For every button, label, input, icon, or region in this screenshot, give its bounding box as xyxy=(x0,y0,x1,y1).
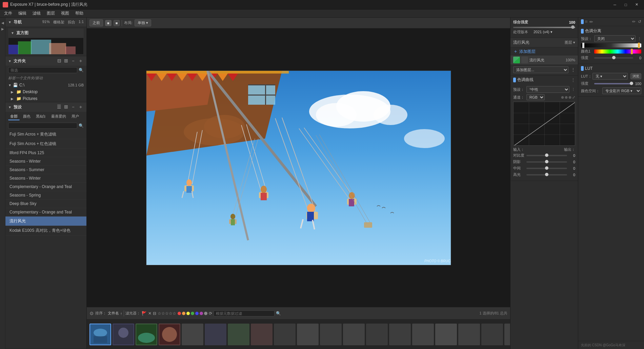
drive-c[interactable]: ▼ 💾 C:\ 128.1 GB xyxy=(5,82,86,88)
film-thumb-14[interactable] xyxy=(412,324,434,345)
film-thumb-1[interactable] xyxy=(113,324,134,345)
menu-filter[interactable]: 滤镜 xyxy=(30,10,43,17)
preset-item-9[interactable]: Complementary - Orange and Teal xyxy=(5,208,86,217)
browse-button[interactable]: 浏览 xyxy=(630,73,641,79)
color-dot-gray[interactable] xyxy=(204,312,207,315)
file-search-input[interactable] xyxy=(8,67,77,73)
square-btn-2[interactable]: ■ xyxy=(114,20,120,26)
color-dot-yellow[interactable] xyxy=(186,312,190,315)
film-thumb-13[interactable] xyxy=(389,324,411,345)
eyedrop2-icon[interactable]: ⊕ xyxy=(565,95,568,100)
stars-icon[interactable]: ☆☆☆☆☆ xyxy=(158,311,176,316)
meta-search-input[interactable] xyxy=(214,310,275,316)
maximize-button[interactable]: □ xyxy=(621,1,630,8)
menu-view[interactable]: 视图 xyxy=(58,10,72,17)
film-thumb-6[interactable] xyxy=(228,324,249,345)
preset-item-5[interactable]: Seasons - Winter xyxy=(5,174,86,183)
preset-item-7[interactable]: Seasons - Spring xyxy=(5,191,86,200)
layer-expand-icon[interactable]: ⋮ xyxy=(571,67,575,72)
color-dot-blue[interactable] xyxy=(195,312,199,315)
settings-icon[interactable]: ⚙ xyxy=(89,311,94,316)
presets-plus-icon[interactable]: ＋ xyxy=(78,104,84,110)
strength-slider[interactable] xyxy=(513,27,575,28)
shadow-slider[interactable] xyxy=(526,161,567,163)
menu-edit[interactable]: 编辑 xyxy=(16,10,29,17)
preset-search-input[interactable] xyxy=(8,123,77,129)
process-value[interactable]: 2021 (v4) ▾ xyxy=(534,30,552,34)
contrast-slider[interactable] xyxy=(526,155,567,156)
close-button[interactable]: ✕ xyxy=(632,1,641,8)
film-thumb-16[interactable] xyxy=(458,324,480,345)
film-thumb-7[interactable] xyxy=(251,324,273,345)
color1-thumb[interactable] xyxy=(631,49,633,54)
lut-colorspace-select[interactable]: 专业彩片 RGB ▾ xyxy=(602,87,641,94)
film-thumb-3[interactable] xyxy=(159,324,180,345)
preset-item-11[interactable]: Kodak E100S 高对比，青色+绿色 xyxy=(5,226,86,235)
minus-icon[interactable]: ⊟ xyxy=(153,311,156,316)
folder-list-icon[interactable]: ⊟ xyxy=(57,58,62,64)
channel-select[interactable]: RGB xyxy=(526,94,545,100)
eyedrop1-icon[interactable]: ⊕ xyxy=(561,95,564,100)
preset-tab-bw[interactable]: 黑&白 xyxy=(34,113,48,120)
layer-name-0[interactable]: 流行风光 xyxy=(529,58,564,63)
film-thumb-8[interactable] xyxy=(274,324,296,345)
preset-tab-fav[interactable]: 最喜爱的 xyxy=(49,113,68,120)
curve-menu-icon[interactable]: ⋮ xyxy=(571,87,575,92)
preset-item-2[interactable]: Ilford FP4 Plus 125 xyxy=(5,149,86,157)
sort-field[interactable]: 文件名 xyxy=(108,311,119,316)
film-thumb-9[interactable] xyxy=(297,324,319,345)
preset-item-3[interactable]: Seasons - Winter xyxy=(5,157,86,166)
menu-file[interactable]: 文件 xyxy=(1,10,15,17)
cg-menu-icon[interactable]: ⋮ xyxy=(638,37,641,41)
curve-collapse[interactable]: ⋮ xyxy=(571,78,575,82)
highlight-slider[interactable] xyxy=(526,174,567,176)
reset-icon[interactable]: ↺ xyxy=(638,19,641,24)
film-thumb-4[interactable] xyxy=(182,324,203,345)
brush-icon[interactable]: ✏ xyxy=(589,19,593,24)
lut-strength-slider[interactable] xyxy=(594,83,633,84)
expand-icon[interactable]: ▶ xyxy=(0,26,5,31)
presets-grid2-icon[interactable]: ⊞ xyxy=(63,104,69,110)
loop-icon[interactable]: ⟳ xyxy=(209,311,212,316)
menu-layer[interactable]: 图层 xyxy=(44,10,58,17)
layers-label[interactable]: 图层 ▾ xyxy=(565,40,575,45)
folder-pictures[interactable]: ▶ 📁 Pictures xyxy=(5,95,86,102)
film-thumb-12[interactable] xyxy=(366,324,388,345)
cg-strength-slider[interactable] xyxy=(594,57,633,59)
tone-curve-graph[interactable] xyxy=(513,102,575,146)
color-dot-red[interactable] xyxy=(178,312,181,315)
color-dot-purple[interactable] xyxy=(200,312,203,315)
preset-tab-color[interactable]: 颜色 xyxy=(21,113,33,120)
expand-curve-icon[interactable]: ⤢ xyxy=(572,95,575,100)
preset-item-10[interactable]: 流行风光 xyxy=(5,217,86,226)
eyedrop3-icon[interactable]: ⊕ xyxy=(568,95,571,100)
color1-rainbow[interactable] xyxy=(594,49,641,54)
film-thumb-2[interactable] xyxy=(136,324,157,345)
meta-search-icon[interactable]: 🔍 xyxy=(276,311,281,316)
pencil-icon2[interactable]: ✏ xyxy=(632,19,636,24)
crop-icon[interactable]: ⌗ xyxy=(585,19,587,24)
color-dot-green[interactable] xyxy=(191,312,194,315)
navigate-header[interactable]: ▼ 导航 91% 栅格架 拟合 1:1 xyxy=(5,18,86,27)
layout-select[interactable]: 单独 ▾ xyxy=(135,19,151,26)
curve-preset-select[interactable]: °中性 xyxy=(526,86,569,93)
cg-left-handle[interactable] xyxy=(582,43,584,48)
add-layer-dropdown[interactable]: 添加图层... xyxy=(513,66,568,73)
nav-icon[interactable]: ◀ xyxy=(0,20,5,25)
add-layer-row[interactable]: ＋ 添加图层 xyxy=(510,47,578,56)
square-btn-1[interactable]: ■ xyxy=(105,20,112,26)
presets-header[interactable]: ▼ 预设 ☰ ⊞ － ＋ xyxy=(5,102,86,112)
cg-right-handle[interactable] xyxy=(638,43,640,48)
preset-item-6[interactable]: Complementary - Orange and Teal xyxy=(5,183,86,191)
preset-item-1[interactable]: Fuji Sim Acros + 红色滤镜 xyxy=(5,139,86,149)
presets-list-icon[interactable]: ☰ xyxy=(56,104,62,110)
cg-preset-select[interactable]: 关闭 xyxy=(594,35,636,42)
sort-arrow[interactable]: ↑ xyxy=(120,311,122,315)
folder-plus-icon[interactable]: ＋ xyxy=(78,58,84,64)
histogram-header[interactable]: ▼ 直方图 xyxy=(8,28,84,38)
menu-help[interactable]: 帮助 xyxy=(73,10,86,17)
before-button[interactable]: 之前 xyxy=(89,19,103,26)
preset-tab-all[interactable]: 全部 xyxy=(8,113,20,120)
lut-select[interactable]: 无 ▾ xyxy=(592,73,628,80)
film-thumb-5[interactable] xyxy=(205,324,226,345)
